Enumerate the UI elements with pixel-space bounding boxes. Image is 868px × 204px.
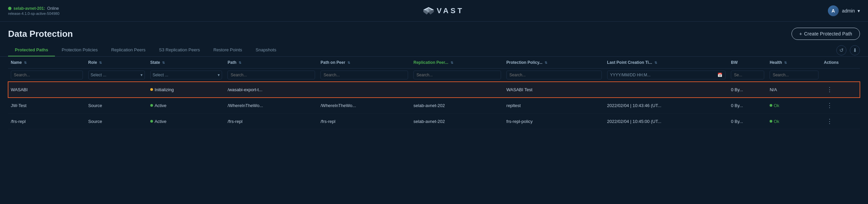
cell-health: N/A	[767, 82, 821, 98]
state-label: Active	[155, 103, 166, 108]
tab-protection-policies[interactable]: Protection Policies	[55, 44, 104, 56]
filter-actions-cell	[821, 69, 860, 82]
table-filter-row: Select ... ▾ Select ... ▾	[8, 69, 860, 82]
filter-policy-cell[interactable]	[504, 69, 604, 82]
state-badge: Active	[150, 103, 222, 108]
filter-health-cell[interactable]	[767, 69, 821, 82]
cell-policy: repltest	[504, 98, 604, 113]
tab-restore-points[interactable]: Restore Points	[207, 44, 249, 56]
table-row: WASABI Initializing /wasabi-export-t... …	[8, 82, 860, 98]
cell-state: Active	[148, 98, 225, 113]
cell-name: JW-Test	[8, 98, 86, 113]
cell-state: Active	[148, 113, 225, 129]
state-badge: Initializing	[150, 87, 222, 92]
filter-path-input[interactable]	[227, 71, 315, 79]
admin-chevron: ▾	[858, 8, 860, 14]
col-header-bw[interactable]: BW	[728, 57, 767, 69]
create-protected-path-button[interactable]: + Create Protected Path	[792, 28, 860, 40]
table-header-row: Name ⇅ Role ⇅ State ⇅ Path ⇅ Path on Pee…	[8, 57, 860, 69]
col-header-actions: Actions	[821, 57, 860, 69]
sort-role-icon: ⇅	[99, 61, 102, 65]
cell-name: /frs-repl	[8, 113, 86, 129]
tab-s3-replication-peers[interactable]: S3 Replication Peers	[152, 44, 207, 56]
cell-path: /frs-repl	[225, 113, 318, 129]
filter-replpeer-input[interactable]	[413, 71, 501, 79]
cell-policy: frs-repl-policy	[504, 113, 604, 129]
release-version: release-4.1.0-sp-active-504980	[8, 11, 59, 16]
state-badge: Active	[150, 119, 222, 124]
cell-role: Source	[86, 98, 148, 113]
page-header: Data Protection + Create Protected Path	[0, 22, 868, 44]
col-header-protection-policy[interactable]: Protection Policy... ⇅	[504, 57, 604, 69]
row-actions-button[interactable]: ⋮	[824, 101, 835, 110]
filter-path-cell[interactable]	[225, 69, 318, 82]
cell-actions: ⋮	[821, 82, 860, 98]
sort-state-icon: ⇅	[162, 61, 165, 65]
cell-name: WASABI	[8, 82, 86, 98]
logo: VAST	[423, 6, 464, 15]
col-header-name[interactable]: Name ⇅	[8, 57, 86, 69]
cell-lastpoint	[604, 82, 728, 98]
filter-lastpoint-cell[interactable]: YYYY/MM/DD HH:M... 📅	[604, 69, 728, 82]
cell-pathpeer: /WhereInTheWo...	[318, 98, 411, 113]
admin-menu-button[interactable]: admin ▾	[842, 8, 860, 14]
sort-policy-icon: ⇅	[545, 61, 547, 65]
status-line: selab-avnet-201: Online	[8, 6, 59, 11]
col-header-last-point[interactable]: Last Point Creation Ti... ⇅	[604, 57, 728, 69]
col-header-role[interactable]: Role ⇅	[86, 57, 148, 69]
cell-policy: WASABI Test	[504, 82, 604, 98]
filter-pathpeer-input[interactable]	[320, 71, 408, 79]
state-label: Initializing	[155, 87, 174, 92]
filter-replpeer-cell[interactable]	[411, 69, 504, 82]
cell-role: Source	[86, 113, 148, 129]
row-actions-button[interactable]: ⋮	[824, 117, 835, 126]
filter-role-cell[interactable]: Select ... ▾	[86, 69, 148, 82]
filter-health-input[interactable]	[770, 71, 818, 79]
sort-name-icon: ⇅	[24, 61, 27, 65]
col-header-path[interactable]: Path ⇅	[225, 57, 318, 69]
tabs-actions: ↺ ⬇	[836, 45, 860, 55]
tab-protected-paths[interactable]: Protected Paths	[8, 44, 55, 56]
filter-state-cell[interactable]: Select ... ▾	[148, 69, 225, 82]
filter-state-select[interactable]: Select ... ▾	[150, 71, 222, 79]
cell-pathpeer	[318, 82, 411, 98]
cell-actions: ⋮	[821, 98, 860, 113]
filter-name-cell[interactable]	[8, 69, 86, 82]
top-bar: selab-avnet-201: Online release-4.1.0-sp…	[0, 0, 868, 22]
filter-name-input[interactable]	[11, 71, 83, 79]
create-btn-icon: +	[799, 31, 802, 36]
health-badge-ok: Ok	[770, 119, 818, 124]
status-indicator	[8, 7, 11, 10]
protected-paths-table: Name ⇅ Role ⇅ State ⇅ Path ⇅ Path on Pee…	[8, 57, 860, 129]
filter-bw-input[interactable]	[731, 71, 764, 79]
cell-bw: 0 By...	[728, 98, 767, 113]
top-bar-right: A admin ▾	[828, 5, 860, 16]
col-header-state[interactable]: State ⇅	[148, 57, 225, 69]
col-header-path-on-peer[interactable]: Path on Peer ⇅	[318, 57, 411, 69]
col-header-replication-peer[interactable]: Replication Peer... ⇅	[411, 57, 504, 69]
health-dot	[770, 120, 772, 123]
select-chevron2: ▾	[218, 73, 220, 77]
tab-snapshots[interactable]: Snapshots	[249, 44, 283, 56]
filter-bw-cell[interactable]	[728, 69, 767, 82]
download-button[interactable]: ⬇	[850, 45, 860, 55]
filter-date-input[interactable]: YYYY/MM/DD HH:M... 📅	[607, 71, 726, 79]
filter-policy-input[interactable]	[506, 71, 602, 79]
tabs-bar: Protected Paths Protection Policies Repl…	[0, 44, 868, 57]
cell-path: /wasabi-export-t...	[225, 82, 318, 98]
state-dot-yellow	[150, 88, 153, 91]
col-header-health[interactable]: Health ⇅	[767, 57, 821, 69]
health-badge-ok: Ok	[770, 103, 818, 108]
cell-lastpoint: 2022/02/04 | 10:43:46 (UT...	[604, 98, 728, 113]
logo-icon	[423, 7, 434, 15]
cell-bw: 0 By...	[728, 113, 767, 129]
tab-replication-peers[interactable]: Replication Peers	[104, 44, 152, 56]
tabs: Protected Paths Protection Policies Repl…	[8, 44, 283, 56]
table-body: WASABI Initializing /wasabi-export-t... …	[8, 82, 860, 129]
refresh-button[interactable]: ↺	[836, 45, 846, 55]
top-bar-left: selab-avnet-201: Online release-4.1.0-sp…	[8, 6, 59, 16]
sort-health-icon: ⇅	[784, 61, 787, 65]
filter-role-select[interactable]: Select ... ▾	[88, 71, 145, 79]
row-actions-button[interactable]: ⋮	[824, 85, 835, 94]
filter-pathpeer-cell[interactable]	[318, 69, 411, 82]
